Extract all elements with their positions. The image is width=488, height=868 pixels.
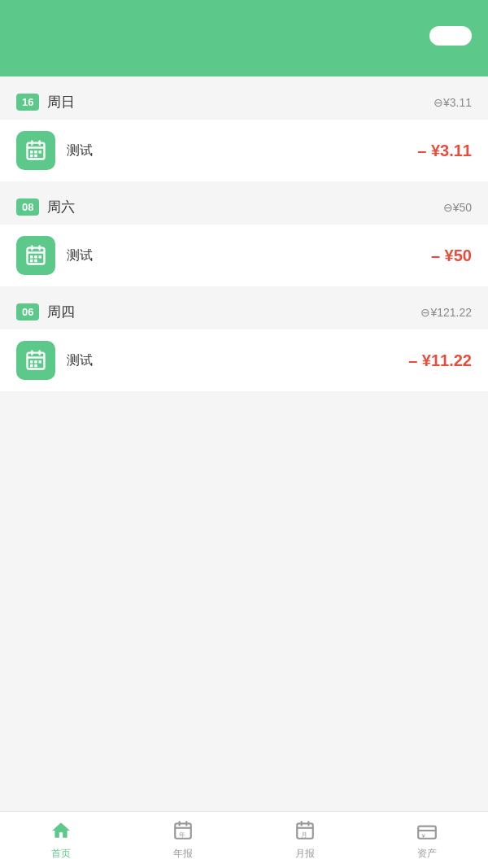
summary-card	[0, 11, 488, 76]
nav-label-annual: 年报	[173, 847, 193, 861]
svg-rect-24	[39, 360, 42, 364]
day-badge: 08	[16, 198, 39, 216]
nav-label-assets: 资产	[417, 847, 437, 861]
svg-rect-14	[34, 255, 37, 259]
calendar-icon	[16, 131, 55, 170]
transaction-amount: – ¥3.11	[417, 142, 472, 160]
day-header: 08周六⊖¥50	[0, 190, 488, 225]
record-button[interactable]	[429, 26, 472, 46]
svg-rect-26	[34, 364, 37, 368]
monthly-icon: 月	[294, 820, 316, 844]
day-name: 周六	[47, 198, 75, 216]
calendar-icon	[16, 236, 55, 275]
nav-item-annual[interactable]: 年年报	[122, 812, 244, 868]
day-section: 08周六⊖¥50 测试– ¥50	[0, 190, 488, 286]
home-icon	[50, 820, 72, 844]
transaction-amount: – ¥11.22	[408, 351, 472, 370]
bottom-navigation: 首页年年报月月报¥资产	[0, 811, 488, 868]
transactions-list: 16周日⊖¥3.11 测试– ¥3.1108周六⊖¥50 测试– ¥5006周四…	[0, 76, 488, 465]
transaction-name: 测试	[67, 142, 406, 159]
svg-text:年: 年	[179, 831, 185, 838]
svg-rect-6	[39, 150, 42, 154]
nav-item-home[interactable]: 首页	[0, 812, 122, 868]
svg-rect-37	[418, 826, 436, 838]
svg-rect-4	[30, 150, 33, 154]
svg-rect-8	[34, 155, 37, 158]
svg-rect-13	[30, 255, 33, 259]
svg-rect-17	[34, 260, 37, 263]
day-header: 16周日⊖¥3.11	[0, 85, 488, 120]
day-badge: 16	[16, 94, 39, 111]
svg-rect-22	[30, 360, 33, 364]
day-total: ⊖¥50	[443, 201, 472, 214]
svg-rect-5	[34, 150, 37, 154]
day-badge: 06	[16, 303, 39, 321]
day-name: 周日	[47, 93, 75, 111]
day-header: 06周四⊖¥121.22	[0, 294, 488, 329]
day-section: 06周四⊖¥121.22 测试– ¥11.22	[0, 294, 488, 391]
svg-rect-16	[30, 260, 33, 263]
svg-rect-23	[34, 360, 37, 364]
annual-icon: 年	[172, 820, 194, 844]
svg-rect-25	[30, 364, 33, 368]
day-total: ⊖¥3.11	[434, 96, 472, 109]
transaction-name: 测试	[67, 247, 420, 264]
app-header	[0, 0, 488, 11]
svg-text:月: 月	[301, 831, 307, 838]
nav-item-monthly[interactable]: 月月报	[244, 812, 366, 868]
transaction-amount: – ¥50	[431, 246, 472, 265]
day-total: ⊖¥121.22	[420, 306, 472, 319]
nav-label-monthly: 月报	[295, 847, 315, 861]
transaction-item[interactable]: 测试– ¥50	[0, 225, 488, 286]
calendar-icon	[16, 341, 55, 380]
svg-rect-15	[39, 255, 42, 259]
nav-item-assets[interactable]: ¥资产	[366, 812, 488, 868]
day-name: 周四	[47, 303, 75, 321]
svg-rect-7	[30, 155, 33, 158]
transaction-item[interactable]: 测试– ¥3.11	[0, 120, 488, 181]
day-section: 16周日⊖¥3.11 测试– ¥3.11	[0, 85, 488, 181]
assets-icon: ¥	[416, 820, 438, 844]
transaction-name: 测试	[67, 352, 397, 369]
nav-label-home: 首页	[51, 847, 71, 861]
transaction-item[interactable]: 测试– ¥11.22	[0, 329, 488, 391]
